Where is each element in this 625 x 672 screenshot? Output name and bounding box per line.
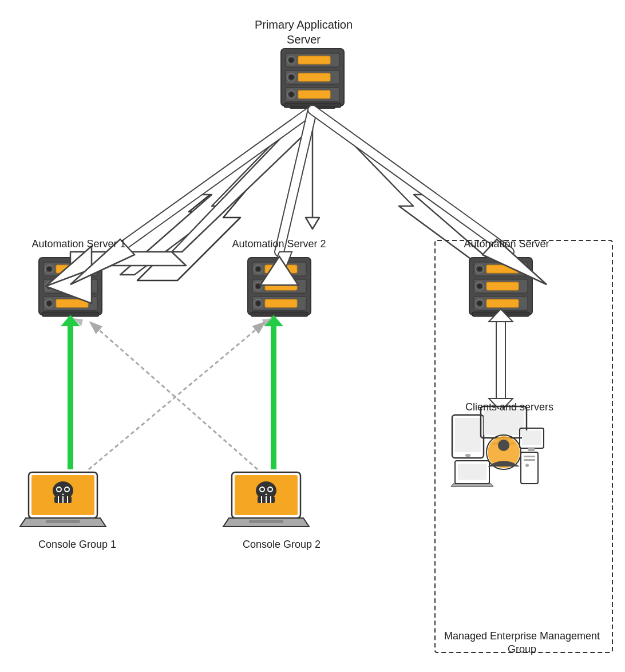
clients-label: Clients and servers bbox=[455, 401, 564, 414]
svg-rect-77 bbox=[455, 418, 481, 452]
svg-rect-56 bbox=[486, 299, 519, 307]
green-arrow-console2-to-server2 bbox=[260, 315, 283, 469]
primary-server-icon bbox=[281, 49, 344, 109]
svg-point-113 bbox=[268, 488, 272, 491]
svg-rect-106 bbox=[46, 520, 80, 523]
svg-rect-12 bbox=[298, 90, 330, 98]
svg-point-3 bbox=[289, 58, 294, 62]
svg-rect-43 bbox=[251, 312, 308, 317]
svg-point-7 bbox=[289, 75, 294, 80]
green-arrow-console1-to-server1 bbox=[57, 315, 80, 469]
svg-rect-89 bbox=[524, 456, 535, 457]
primary-server-label: Primary Application Server bbox=[237, 17, 370, 47]
svg-rect-118 bbox=[249, 520, 283, 523]
svg-point-19 bbox=[47, 267, 52, 271]
svg-point-27 bbox=[47, 301, 52, 306]
automation-server3-label: Automation Server bbox=[452, 238, 561, 251]
svg-rect-94 bbox=[528, 448, 535, 451]
svg-point-100 bbox=[57, 488, 61, 491]
svg-point-37 bbox=[256, 284, 260, 288]
svg-rect-42 bbox=[265, 299, 297, 307]
svg-rect-78 bbox=[465, 454, 470, 457]
console1-label: Console Group 1 bbox=[31, 538, 123, 551]
clients-icon bbox=[451, 406, 544, 487]
managed-group-label: Managed Enterprise Management Group bbox=[439, 630, 605, 657]
diagram-svg bbox=[0, 0, 625, 672]
automation-server2-label: Automation Server 2 bbox=[223, 238, 335, 251]
console1-laptop-icon bbox=[20, 472, 106, 527]
dashed-arrow-console1-to-server2 bbox=[89, 323, 263, 469]
svg-rect-4 bbox=[298, 56, 330, 64]
svg-rect-8 bbox=[298, 73, 330, 81]
svg-line-68 bbox=[312, 110, 509, 252]
svg-rect-87 bbox=[458, 464, 486, 480]
svg-rect-52 bbox=[486, 282, 519, 290]
svg-rect-93 bbox=[522, 430, 541, 445]
svg-point-33 bbox=[256, 267, 260, 271]
svg-point-91 bbox=[525, 464, 529, 467]
svg-point-47 bbox=[477, 267, 482, 271]
automation-server1-label: Automation Server 1 bbox=[23, 238, 135, 251]
console2-laptop-icon bbox=[223, 472, 309, 527]
diagram: Primary Application Server Automation Se… bbox=[0, 0, 625, 672]
svg-point-11 bbox=[289, 92, 294, 97]
svg-point-41 bbox=[256, 301, 260, 306]
svg-point-112 bbox=[260, 488, 264, 491]
svg-point-55 bbox=[477, 301, 482, 306]
svg-point-85 bbox=[498, 440, 509, 451]
svg-rect-90 bbox=[524, 459, 535, 461]
svg-point-101 bbox=[65, 488, 69, 491]
console2-label: Console Group 2 bbox=[236, 538, 327, 551]
dashed-arrow-console2-to-server1 bbox=[92, 323, 258, 469]
svg-point-51 bbox=[477, 284, 482, 288]
